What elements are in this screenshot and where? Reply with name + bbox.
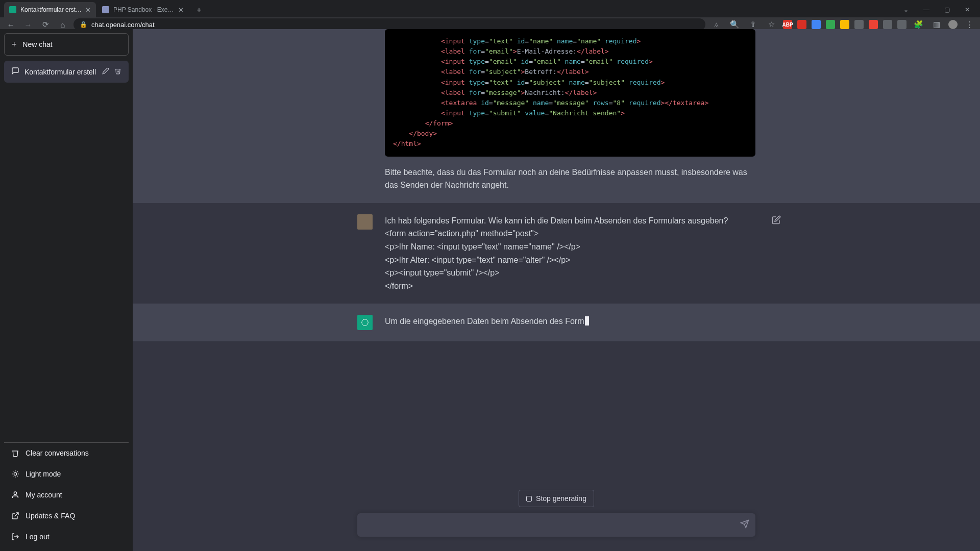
lock-icon: 🔒 bbox=[80, 21, 87, 28]
link-label: Light mode bbox=[26, 470, 61, 478]
close-button[interactable]: ✕ bbox=[960, 2, 975, 17]
updates-faq-link[interactable]: Updates & FAQ bbox=[4, 505, 129, 526]
chat-scroll[interactable]: <input type="text" id="name" name="name"… bbox=[133, 29, 980, 551]
new-chat-button[interactable]: + New chat bbox=[4, 33, 129, 56]
tab-title: PHP Sandbox - Execute PHP cod bbox=[113, 6, 175, 13]
assistant-text: Bitte beachte, dass du das Formular noch… bbox=[385, 166, 755, 192]
stop-icon bbox=[526, 496, 532, 502]
tab-title: Kontaktformular erstellen. bbox=[20, 6, 82, 13]
sidepanel-icon[interactable]: ▥ bbox=[930, 19, 943, 30]
edit-icon[interactable] bbox=[102, 67, 109, 76]
clear-conversations-link[interactable]: Clear conversations bbox=[4, 442, 129, 463]
new-tab-button[interactable]: + bbox=[192, 3, 206, 17]
forward-button[interactable]: → bbox=[21, 19, 35, 30]
app-root: + New chat Kontaktformular erstell Clear… bbox=[0, 29, 980, 551]
profile-avatar[interactable] bbox=[948, 20, 958, 29]
trash-icon bbox=[11, 449, 19, 457]
logout-icon bbox=[11, 533, 19, 541]
plus-icon: + bbox=[12, 40, 16, 49]
tab-close-icon[interactable]: ✕ bbox=[85, 6, 91, 14]
conversation-title: Kontaktformular erstell bbox=[24, 68, 97, 76]
trash-icon[interactable] bbox=[114, 67, 121, 76]
code-body[interactable]: <input type="text" id="name" name="name"… bbox=[385, 29, 755, 157]
assistant-streaming-text: Um die eingegebenen Daten beim Absenden … bbox=[385, 317, 584, 325]
conversation-item[interactable]: Kontaktformular erstell bbox=[4, 61, 129, 83]
browser-tab-1[interactable]: PHP Sandbox - Execute PHP cod ✕ bbox=[97, 2, 189, 17]
tab-bar: Kontaktformular erstellen. ✕ PHP Sandbox… bbox=[0, 0, 980, 17]
ext-icon[interactable] bbox=[797, 20, 806, 29]
tab-favicon-icon bbox=[102, 6, 109, 13]
link-label: Clear conversations bbox=[26, 449, 89, 457]
abp-icon[interactable]: ABP bbox=[783, 20, 792, 29]
ext-icon[interactable] bbox=[897, 20, 906, 29]
logout-link[interactable]: Log out bbox=[4, 526, 129, 547]
link-label: Updates & FAQ bbox=[26, 512, 75, 520]
ext-icon[interactable] bbox=[840, 20, 849, 29]
svg-point-1 bbox=[14, 492, 16, 494]
star-icon[interactable]: ☆ bbox=[765, 19, 778, 30]
tab-favicon-icon bbox=[9, 6, 16, 13]
link-label: My account bbox=[26, 491, 62, 499]
stop-generating-button[interactable]: Stop generating bbox=[519, 490, 594, 507]
user-avatar bbox=[357, 214, 373, 230]
link-label: Log out bbox=[26, 533, 50, 541]
translate-icon[interactable]: ⟑ bbox=[709, 19, 723, 30]
url-text: chat.openai.com/chat bbox=[91, 21, 155, 29]
light-mode-link[interactable]: Light mode bbox=[4, 463, 129, 484]
home-button[interactable]: ⌂ bbox=[56, 19, 69, 30]
extensions-icon[interactable]: 🧩 bbox=[912, 19, 925, 30]
svg-point-0 bbox=[14, 472, 16, 475]
reload-button[interactable]: ⟳ bbox=[39, 19, 52, 30]
code-block: <input type="text" id="name" name="name"… bbox=[385, 29, 755, 157]
svg-line-2 bbox=[15, 513, 18, 516]
chevron-down-icon[interactable]: ⌄ bbox=[898, 2, 914, 17]
edit-message-button[interactable] bbox=[772, 215, 781, 227]
chat-input[interactable] bbox=[357, 513, 755, 537]
user-icon bbox=[11, 491, 19, 499]
ext-icon[interactable] bbox=[869, 20, 878, 29]
ext-icon[interactable] bbox=[826, 20, 835, 29]
assistant-message-streaming: Um die eingegebenen Daten beim Absenden … bbox=[133, 304, 980, 341]
extension-icons: ⟑ 🔍 ⇧ ☆ ABP 🧩 ▥ ⋮ bbox=[709, 19, 976, 30]
send-button[interactable] bbox=[740, 519, 749, 531]
sun-icon bbox=[11, 470, 19, 478]
browser-chrome: Kontaktformular erstellen. ✕ PHP Sandbox… bbox=[0, 0, 980, 29]
back-button[interactable]: ← bbox=[4, 19, 17, 30]
browser-tab-0[interactable]: Kontaktformular erstellen. ✕ bbox=[4, 2, 96, 17]
bottom-area: Stop generating bbox=[133, 490, 980, 551]
assistant-message: <input type="text" id="name" name="name"… bbox=[133, 29, 980, 203]
chat-main: <input type="text" id="name" name="name"… bbox=[133, 29, 980, 551]
my-account-link[interactable]: My account bbox=[4, 484, 129, 505]
typing-cursor-icon bbox=[585, 316, 589, 325]
zoom-icon[interactable]: 🔍 bbox=[728, 19, 741, 30]
tab-close-icon[interactable]: ✕ bbox=[178, 6, 184, 14]
maximize-button[interactable]: ▢ bbox=[939, 2, 954, 17]
window-controls: ⌄ — ▢ ✕ bbox=[898, 2, 980, 17]
stop-label: Stop generating bbox=[536, 494, 586, 503]
external-link-icon bbox=[11, 512, 19, 520]
ext-icon[interactable] bbox=[812, 20, 821, 29]
menu-icon[interactable]: ⋮ bbox=[963, 19, 976, 30]
ext-icon[interactable] bbox=[883, 20, 892, 29]
user-text: Ich hab folgendes Formular. Wie kann ich… bbox=[385, 214, 755, 293]
share-icon[interactable]: ⇧ bbox=[746, 19, 760, 30]
new-chat-label: New chat bbox=[22, 40, 52, 48]
ext-icon[interactable] bbox=[854, 20, 864, 29]
user-message: Ich hab folgendes Formular. Wie kann ich… bbox=[133, 203, 980, 304]
sidebar: + New chat Kontaktformular erstell Clear… bbox=[0, 29, 133, 551]
chat-bubble-icon bbox=[11, 67, 19, 77]
assistant-avatar bbox=[357, 315, 373, 330]
minimize-button[interactable]: — bbox=[919, 2, 934, 17]
